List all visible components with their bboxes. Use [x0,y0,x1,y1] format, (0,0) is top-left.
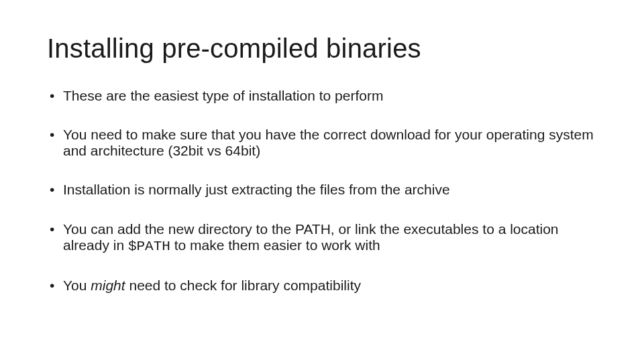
slide: Installing pre-compiled binaries These a… [0,0,644,362]
bullet-item: Installation is normally just extracting… [47,182,597,198]
bullet-text-pre: You [63,278,91,293]
bullet-item: You might need to check for library comp… [47,278,597,294]
bullet-text: Installation is normally just extracting… [63,182,450,197]
bullet-text-post: need to check for library compatibility [125,278,361,293]
bullet-text-post: to make them easier to work with [170,237,380,253]
bullet-text: These are the easiest type of installati… [63,88,383,103]
bullet-item: You need to make sure that you have the … [47,127,597,159]
bullet-item: You can add the new directory to the PAT… [47,221,597,255]
bullet-text-emphasis: might [91,278,125,293]
bullet-list: These are the easiest type of installati… [47,88,597,294]
bullet-text: You need to make sure that you have the … [63,127,594,158]
slide-title: Installing pre-compiled binaries [47,34,597,64]
bullet-item: These are the easiest type of installati… [47,88,597,104]
bullet-text-code: $PATH [128,239,170,254]
